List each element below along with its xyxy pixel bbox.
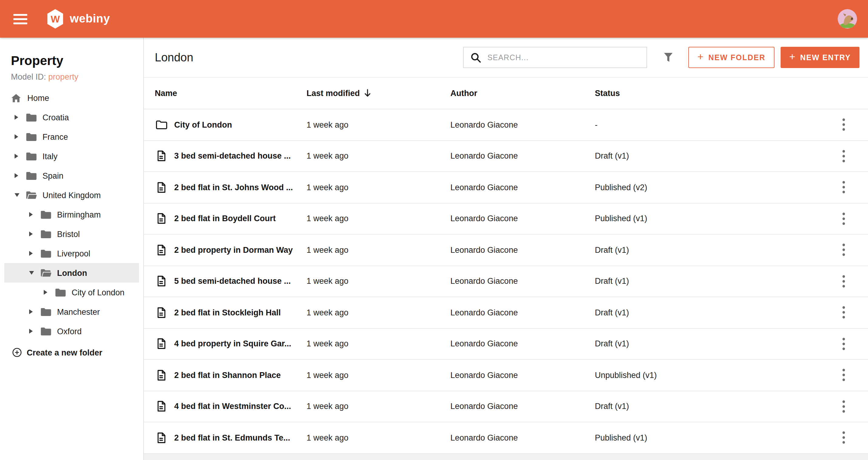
- tree-item-liverpool[interactable]: Liverpool: [4, 244, 139, 263]
- row-actions-button[interactable]: [827, 118, 861, 132]
- table-row[interactable]: 2 bed property in Dorman Way 1 week ago …: [144, 235, 868, 266]
- caret-right-icon[interactable]: [29, 230, 35, 238]
- tree-item-bristol[interactable]: Bristol: [4, 224, 139, 244]
- row-actions-button[interactable]: [827, 369, 861, 382]
- table-row[interactable]: 2 bed flat in St. Johns Wood ... 1 week …: [144, 172, 868, 203]
- row-modified: 1 week ago: [307, 152, 451, 161]
- column-status: Status: [595, 89, 827, 98]
- kebab-icon: [842, 149, 845, 163]
- row-author: Leonardo Giacone: [451, 308, 595, 317]
- new-folder-button[interactable]: + NEW FOLDER: [688, 47, 775, 68]
- kebab-icon: [842, 243, 845, 257]
- table-row[interactable]: 2 bed flat in St. Edmunds Te... 1 week a…: [144, 422, 868, 454]
- filter-button[interactable]: [662, 51, 675, 64]
- entry-name[interactable]: 5 bed semi-detached house ...: [174, 277, 291, 286]
- caret-right-icon[interactable]: [14, 152, 21, 160]
- tree-item-manchester[interactable]: Manchester: [4, 302, 139, 321]
- tree-item-oxford[interactable]: Oxford: [4, 321, 139, 341]
- caret-down-icon[interactable]: [14, 192, 21, 199]
- document-icon: [155, 369, 167, 382]
- table-row[interactable]: 4 bed property in Squire Gar... 1 week a…: [144, 328, 868, 360]
- row-status: Unpublished (v1): [595, 371, 827, 380]
- entry-name[interactable]: 2 bed flat in Boydell Court: [174, 214, 276, 223]
- entry-name[interactable]: 3 bed semi-detached house ...: [174, 152, 291, 161]
- content-area: London + NEW FOLDER + NEW ENTRY Name Las…: [144, 38, 868, 460]
- entry-name[interactable]: 2 bed flat in St. Edmunds Te...: [174, 433, 290, 442]
- webiny-logo[interactable]: W webiny: [46, 9, 110, 29]
- search-input[interactable]: [488, 53, 640, 62]
- document-icon: [155, 400, 167, 413]
- tree-item-france[interactable]: France: [4, 127, 139, 146]
- row-status: Draft (v1): [595, 152, 827, 161]
- row-author: Leonardo Giacone: [451, 246, 595, 255]
- row-actions-button[interactable]: [827, 431, 861, 444]
- caret-right-icon[interactable]: [44, 289, 50, 296]
- row-status: Draft (v1): [595, 339, 827, 348]
- kebab-icon: [842, 337, 845, 351]
- tree-item-london[interactable]: London: [4, 263, 139, 283]
- column-name[interactable]: Name: [155, 89, 307, 98]
- create-folder-button[interactable]: Create a new folder: [0, 343, 143, 362]
- row-modified: 1 week ago: [307, 371, 451, 380]
- entry-name[interactable]: 2 bed flat in St. Johns Wood ...: [174, 183, 293, 192]
- row-actions-button[interactable]: [827, 212, 861, 225]
- entry-name[interactable]: 4 bed flat in Westminster Co...: [174, 402, 291, 411]
- caret-right-icon[interactable]: [29, 327, 35, 335]
- folder-icon: [40, 209, 52, 220]
- row-actions-button[interactable]: [827, 275, 861, 288]
- row-status: Draft (v1): [595, 308, 827, 317]
- row-author: Leonardo Giacone: [451, 339, 595, 348]
- user-avatar[interactable]: [838, 9, 857, 29]
- row-actions-button[interactable]: [827, 149, 861, 163]
- row-author: Leonardo Giacone: [451, 183, 595, 192]
- table-row[interactable]: 5 bed semi-detached house ... 1 week ago…: [144, 266, 868, 297]
- table-row[interactable]: 3 bed semi-detached house ... 1 week ago…: [144, 141, 868, 172]
- row-actions-button[interactable]: [827, 306, 861, 319]
- document-icon: [155, 212, 167, 225]
- row-modified: 1 week ago: [307, 246, 451, 255]
- caret-right-icon[interactable]: [29, 250, 35, 257]
- entry-name[interactable]: 2 bed flat in Stockleigh Hall: [174, 308, 281, 317]
- kebab-icon: [842, 369, 845, 382]
- table-row[interactable]: 2 bed flat in Shannon Place 1 week ago L…: [144, 360, 868, 391]
- row-author: Leonardo Giacone: [451, 371, 595, 380]
- new-entry-button[interactable]: + NEW ENTRY: [781, 47, 860, 68]
- menu-button[interactable]: [8, 7, 33, 31]
- folder-tree: Home Croatia France Italy Spain: [0, 88, 143, 362]
- tree-item-united-kingdom[interactable]: United Kingdom: [4, 185, 139, 205]
- folder-icon: [40, 306, 52, 317]
- entry-name[interactable]: 2 bed property in Dorman Way: [174, 246, 293, 255]
- row-actions-button[interactable]: [827, 400, 861, 413]
- entry-name[interactable]: 2 bed flat in Shannon Place: [174, 371, 281, 380]
- row-actions-button[interactable]: [827, 181, 861, 194]
- table-row[interactable]: 4 bed flat in Westminster Co... 1 week a…: [144, 391, 868, 422]
- sidebar-item-home[interactable]: Home: [4, 88, 139, 108]
- caret-right-icon[interactable]: [29, 308, 35, 315]
- table-row[interactable]: City of London 1 week ago Leonardo Giaco…: [144, 109, 868, 141]
- tree-item-city-of-london[interactable]: City of London: [4, 283, 139, 302]
- tree-item-birmingham[interactable]: Birmingham: [4, 205, 139, 224]
- caret-right-icon[interactable]: [14, 133, 21, 140]
- model-id: Model ID: property: [11, 72, 133, 83]
- entry-name[interactable]: 4 bed property in Squire Gar...: [174, 339, 291, 348]
- table-row[interactable]: 2 bed flat in Boydell Court 1 week ago L…: [144, 203, 868, 235]
- tree-item-spain[interactable]: Spain: [4, 166, 139, 185]
- caret-down-icon[interactable]: [29, 269, 35, 277]
- row-actions-button[interactable]: [827, 337, 861, 351]
- sidebar-header: Property Model ID: property: [0, 38, 143, 83]
- column-last-modified[interactable]: Last modified: [307, 89, 451, 98]
- caret-right-icon[interactable]: [14, 172, 21, 179]
- row-actions-button[interactable]: [827, 243, 861, 257]
- row-modified: 1 week ago: [307, 277, 451, 286]
- hamburger-icon: [13, 14, 27, 16]
- avatar-photo-icon: [838, 9, 857, 29]
- entry-name[interactable]: City of London: [174, 120, 232, 130]
- tree-item-italy[interactable]: Italy: [4, 146, 139, 166]
- caret-right-icon[interactable]: [29, 211, 35, 218]
- folder-outline-icon: [155, 118, 167, 131]
- model-id-link[interactable]: property: [48, 72, 78, 81]
- table-row[interactable]: 2 bed flat in Stockleigh Hall 1 week ago…: [144, 297, 868, 328]
- tree-item-croatia[interactable]: Croatia: [4, 108, 139, 127]
- caret-right-icon[interactable]: [14, 114, 21, 121]
- row-status: Published (v2): [595, 183, 827, 192]
